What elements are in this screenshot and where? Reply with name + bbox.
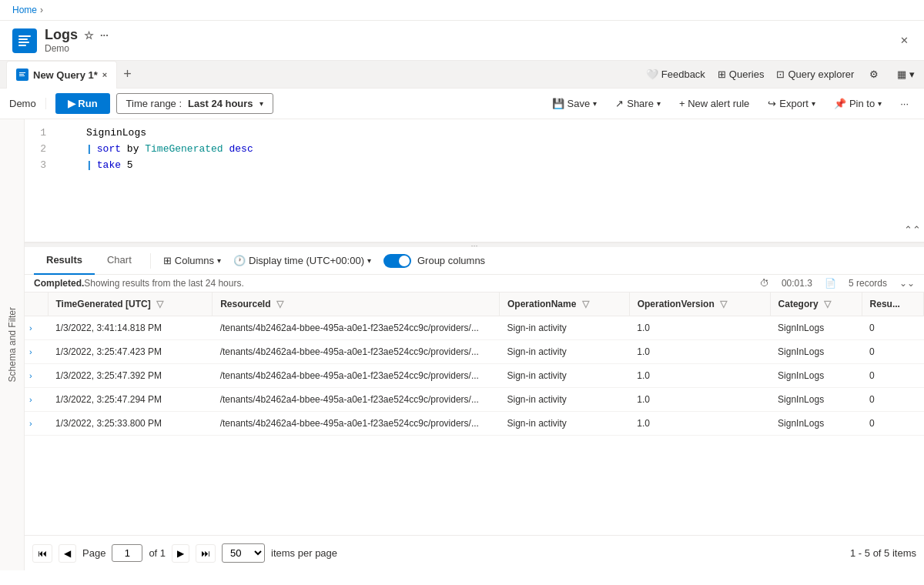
app-subtitle: Demo: [45, 43, 897, 54]
tab-results[interactable]: Results: [34, 247, 95, 275]
status-completed: Completed.: [34, 278, 84, 289]
operationversion-filter-icon[interactable]: ▽: [720, 299, 727, 309]
app-icon: [12, 28, 37, 53]
run-button[interactable]: ▶ Run: [55, 93, 110, 114]
cell-operationname-0: Sign-in activity: [500, 316, 630, 340]
new-alert-button[interactable]: + New alert rule: [673, 94, 755, 113]
table-body: › 1/3/2022, 3:41:14.818 PM /tenants/4b24…: [25, 316, 924, 436]
group-columns-toggle[interactable]: Group columns: [383, 254, 485, 268]
status-detail: Showing results from the last 24 hours.: [84, 278, 243, 289]
col-resulttype-header[interactable]: Resu...: [862, 292, 923, 316]
tab-actions: 🤍 Feedback ⊞ Queries ⊡ Query explorer ⚙ …: [646, 65, 918, 83]
cell-category-2: SignInLogs: [770, 364, 862, 388]
row-expand-0[interactable]: ›: [25, 316, 48, 340]
add-tab-button[interactable]: +: [117, 63, 138, 85]
tab-close-icon[interactable]: ×: [102, 70, 107, 79]
page-label: Page: [82, 547, 105, 559]
timer-icon: ⏱: [760, 278, 769, 289]
line-numbers: 1 2 3: [25, 125, 55, 173]
category-filter-icon[interactable]: ▽: [824, 299, 831, 309]
table-header-row: TimeGenerated [UTC] ▽ ResourceId ▽ Opera…: [25, 292, 924, 316]
next-page-button[interactable]: ▶: [172, 544, 189, 563]
code-content[interactable]: SigninLogs | sort by TimeGenerated desc …: [86, 125, 253, 173]
status-bar: Completed. Showing results from the last…: [25, 275, 924, 292]
favorite-icon[interactable]: ☆: [84, 29, 94, 42]
items-per-page-label: items per page: [271, 547, 337, 559]
view-button[interactable]: ▦ ▾: [894, 65, 918, 83]
expand-button[interactable]: ⌄⌄: [899, 278, 915, 289]
sidebar-label: Schema and Filter: [7, 307, 18, 382]
pin-to-button[interactable]: 📌 Pin to ▾: [828, 94, 888, 113]
cell-operationversion-1: 1.0: [629, 340, 770, 364]
close-button[interactable]: ✕: [897, 32, 912, 49]
collapse-editor-button[interactable]: ⌃⌃: [904, 224, 921, 236]
columns-icon: ⊞: [163, 255, 172, 266]
pagination-range: 1 - 5 of 5 items: [850, 547, 916, 559]
schema-sidebar[interactable]: Schema and Filter: [0, 119, 25, 570]
last-page-button[interactable]: ⏭: [196, 544, 216, 563]
time-range-button[interactable]: Time range : Last 24 hours ▾: [116, 93, 273, 114]
toolbar-more-button[interactable]: ···: [894, 95, 915, 112]
cell-operationversion-3: 1.0: [629, 388, 770, 412]
col-operationversion-header[interactable]: OperationVersion ▽: [629, 292, 770, 316]
queries-button[interactable]: ⊞ Queries: [718, 69, 765, 80]
cell-resulttype-0: 0: [862, 316, 923, 340]
row-expand-2[interactable]: ›: [25, 364, 48, 388]
row-expand-3[interactable]: ›: [25, 388, 48, 412]
new-query-tab[interactable]: New Query 1* ×: [6, 61, 117, 89]
prev-page-button[interactable]: ◀: [59, 544, 76, 563]
table-row: › 1/3/2022, 3:25:47.423 PM /tenants/4b24…: [25, 340, 924, 364]
query-explorer-button[interactable]: ⊡ Query explorer: [776, 69, 854, 80]
cell-resourceid-2: /tenants/4b2462a4-bbee-495a-a0e1-f23ae52…: [213, 364, 500, 388]
scope-label: Demo: [9, 98, 46, 109]
svg-rect-2: [18, 42, 29, 43]
cell-operationname-2: Sign-in activity: [500, 364, 630, 388]
share-button[interactable]: ↗ Share ▾: [609, 94, 667, 113]
query-editor[interactable]: 1 2 3 SigninLogs | sort by TimeGenerated…: [25, 119, 924, 242]
cell-timegenerated-0: 1/3/2022, 3:41:14.818 PM: [48, 316, 213, 340]
columns-button[interactable]: ⊞ Columns ▾: [157, 252, 227, 269]
timegenerated-filter-icon[interactable]: ▽: [156, 299, 163, 309]
more-icon[interactable]: ···: [100, 29, 109, 41]
col-operationname-header[interactable]: OperationName ▽: [500, 292, 630, 316]
row-expand-1[interactable]: ›: [25, 340, 48, 364]
save-caret: ▾: [593, 99, 597, 108]
export-button[interactable]: ↪ Export ▾: [762, 94, 822, 113]
svg-rect-5: [19, 74, 24, 75]
operationname-filter-icon[interactable]: ▽: [582, 299, 589, 309]
heart-icon: 🤍: [646, 69, 658, 80]
row-expand-4[interactable]: ›: [25, 412, 48, 436]
breadcrumb-home[interactable]: Home: [12, 5, 37, 15]
svg-rect-0: [18, 35, 31, 37]
results-tabs: Results Chart ⊞ Columns ▾ 🕐 Display time…: [25, 247, 924, 275]
feedback-button[interactable]: 🤍 Feedback: [646, 69, 705, 80]
editor-area: 1 2 3 SigninLogs | sort by TimeGenerated…: [25, 119, 924, 570]
per-page-select[interactable]: 50 100 200: [222, 543, 265, 563]
toggle-switch[interactable]: [383, 254, 411, 268]
tab-chart[interactable]: Chart: [95, 247, 144, 275]
cell-operationname-1: Sign-in activity: [500, 340, 630, 364]
cell-operationversion-0: 1.0: [629, 316, 770, 340]
results-table: TimeGenerated [UTC] ▽ ResourceId ▽ Opera…: [25, 292, 924, 436]
save-icon: 💾: [552, 98, 564, 109]
col-category-header[interactable]: Category ▽: [770, 292, 862, 316]
cell-resulttype-4: 0: [862, 412, 923, 436]
resourceid-filter-icon[interactable]: ▽: [276, 299, 283, 309]
save-button[interactable]: 💾 Save ▾: [546, 94, 604, 113]
svg-rect-6: [19, 75, 25, 76]
cell-resulttype-1: 0: [862, 340, 923, 364]
share-caret: ▾: [657, 99, 661, 108]
col-resourceid-header[interactable]: ResourceId ▽: [213, 292, 500, 316]
settings-button[interactable]: ⚙: [866, 65, 882, 83]
first-page-button[interactable]: ⏮: [32, 544, 52, 563]
cell-resourceid-3: /tenants/4b2462a4-bbee-495a-a0e1-f23ae52…: [213, 388, 500, 412]
queries-icon: ⊞: [718, 69, 726, 80]
status-right: ⏱ 00:01.3 📄 5 records ⌄⌄: [760, 278, 915, 289]
display-time-button[interactable]: 🕐 Display time (UTC+00:00) ▾: [227, 252, 377, 269]
page-input[interactable]: [112, 544, 142, 562]
col-timegenerated-header[interactable]: TimeGenerated [UTC] ▽: [48, 292, 213, 316]
display-time-caret: ▾: [367, 256, 371, 265]
code-line-2: | sort by TimeGenerated desc: [86, 142, 253, 158]
group-columns-label: Group columns: [417, 255, 485, 266]
svg-rect-4: [19, 72, 25, 73]
